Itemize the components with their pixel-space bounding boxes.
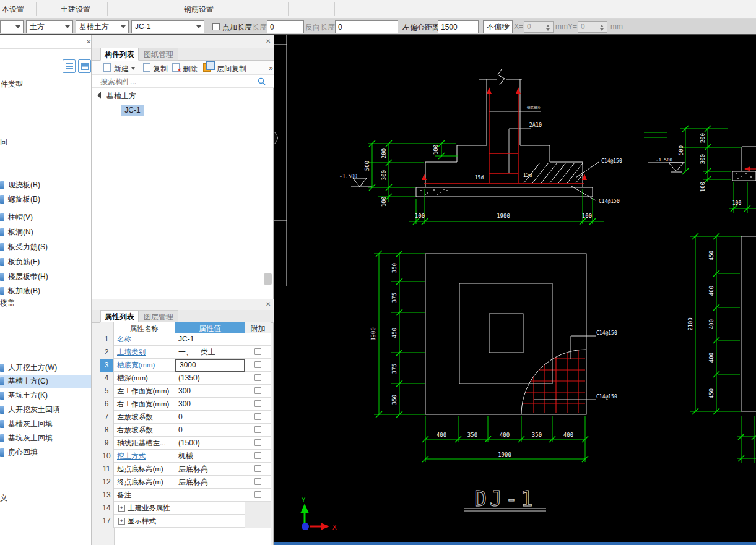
sidebar-item-pit-earthwork[interactable]: 基坑土方(K)	[0, 389, 92, 402]
length-input[interactable]	[267, 20, 304, 33]
ribbon-tab-rebar-settings[interactable]: 钢筋设置	[184, 0, 214, 19]
sidebar-item-slab-haunch[interactable]: 板加腋(B)	[0, 285, 92, 298]
toolbar-overflow-button[interactable]: »	[269, 64, 273, 72]
new-button[interactable]: 新建	[114, 64, 129, 74]
left-offset-input[interactable]	[438, 20, 479, 33]
ribbon-separator	[107, 2, 108, 16]
chevron-down-icon[interactable]	[131, 67, 135, 72]
expand-icon[interactable]	[118, 505, 125, 512]
close-icon[interactable]: ✕	[266, 38, 271, 45]
property-row: 4槽深(mm)(1350)	[100, 372, 271, 385]
cad-canvas[interactable]: 500 200 300 100 100 -1.500 100 1900 100 …	[274, 35, 756, 545]
tree-group-label[interactable]: 基槽土方	[106, 91, 136, 101]
search-input[interactable]	[100, 76, 255, 87]
sidebar-item-floor-band[interactable]: 楼层板带(H)	[0, 270, 92, 283]
category-combo[interactable]: 土方	[26, 20, 73, 33]
bottom-scrollbar[interactable]	[274, 542, 756, 545]
dim-label: 300	[700, 154, 706, 164]
editing-cell[interactable]: 3000	[175, 359, 245, 372]
sidebar-item-open-excavation[interactable]: 大开挖土方(W)	[0, 361, 92, 374]
divider	[0, 48, 92, 49]
attach-checkbox[interactable]	[254, 348, 261, 355]
property-row: 10挖土方式机械	[100, 450, 271, 463]
dim-label: 500	[678, 145, 684, 155]
leader-lines	[489, 111, 541, 173]
close-icon[interactable]: ✕	[86, 39, 91, 45]
tab-drawing-management[interactable]: 图纸管理	[139, 48, 178, 61]
delete-icon[interactable]	[172, 63, 180, 72]
attach-checkbox[interactable]	[254, 478, 261, 485]
close-icon[interactable]: ✕	[266, 301, 271, 307]
interlayer-copy-button[interactable]: 层间复制	[217, 64, 246, 74]
rebar-mesh-grid	[523, 350, 585, 413]
offset-mode-combo[interactable]: 不偏移	[483, 20, 513, 33]
delete-button[interactable]: 删除	[183, 64, 198, 74]
sidebar-item-slab-negative-rebar[interactable]: 板负筋(F)	[0, 255, 92, 268]
y-spinner[interactable]: 0	[578, 21, 607, 33]
card-view-button[interactable]	[78, 59, 91, 73]
property-panel: ✕ 属性列表 图层管理 属性名称 属性值 附加 1名称JC-1 2土壤类别一、二…	[92, 299, 274, 545]
sidebar-item-column-cap[interactable]: 柱帽(V)	[0, 211, 92, 224]
copy-button[interactable]: 复制	[153, 64, 168, 74]
tree-expander-icon[interactable]	[97, 92, 104, 98]
tree-item-jc1[interactable]: JC-1	[121, 105, 144, 116]
dim-label: 100	[582, 213, 592, 219]
slab-icon	[0, 181, 4, 189]
sidebar-item-slab-hole[interactable]: 板洞(N)	[0, 226, 92, 239]
dim-label: 1900	[497, 213, 510, 219]
list-view-button[interactable]	[63, 59, 76, 73]
splitter-collapse-handle[interactable]	[274, 131, 278, 145]
copy-icon[interactable]	[143, 63, 150, 72]
sidebar-item-cast-slab[interactable]: 现浇板(B)	[0, 179, 92, 192]
tab-component-list[interactable]: 构件列表	[100, 48, 139, 61]
sidebar-partial-label: 同	[0, 137, 7, 147]
drawing-fragment	[274, 35, 287, 286]
attach-checkbox[interactable]	[254, 465, 261, 472]
spinner-arrows-icon[interactable]	[600, 23, 606, 33]
sidebar-item-trench-earthwork[interactable]: 基槽土方(C)	[0, 375, 92, 388]
ribbon-tab-basic-settings[interactable]: 本设置	[2, 0, 24, 19]
sidebar-item-spiral-slab[interactable]: 螺旋板(B)	[0, 193, 92, 206]
element-combo[interactable]: JC-1	[131, 20, 204, 33]
attach-checkbox[interactable]	[254, 439, 261, 446]
ucs-axis-icon: Y X	[300, 496, 337, 531]
sidebar-item-slab-main-rebar[interactable]: 板受力筋(S)	[0, 241, 92, 254]
sidebar-item-room-backfill[interactable]: 房心回填	[0, 446, 92, 459]
property-row: 13备注	[100, 489, 271, 502]
interlayer-copy-icon[interactable]	[203, 63, 211, 72]
tab-layer-management[interactable]: 图层管理	[139, 310, 178, 323]
dimension-lines	[368, 126, 756, 463]
attach-checkbox[interactable]	[254, 452, 261, 459]
backfill-icon	[0, 448, 4, 457]
attach-checkbox[interactable]	[254, 426, 261, 433]
dim-label: 400	[500, 432, 510, 438]
reverse-length-input[interactable]	[335, 20, 398, 33]
rebar-label: C14@150	[599, 199, 620, 204]
x-spinner[interactable]: 0	[524, 21, 554, 33]
attach-checkbox[interactable]	[254, 491, 261, 498]
search-icon[interactable]	[258, 77, 266, 85]
sidebar-item-open-lime-backfill[interactable]: 大开挖灰土回填	[0, 403, 92, 416]
dim-label: 1900	[498, 452, 511, 458]
sidebar-partial-label: 楼盖	[0, 298, 15, 309]
attach-checkbox[interactable]	[254, 387, 261, 394]
point-add-length-checkbox[interactable]	[212, 23, 220, 30]
attach-checkbox[interactable]	[254, 374, 261, 381]
ribbon-tab-structure-settings[interactable]: 土建设置	[61, 0, 90, 19]
attach-checkbox[interactable]	[254, 413, 261, 420]
sidebar-item-pit-lime-backfill[interactable]: 基坑灰土回填	[0, 432, 92, 445]
spinner-arrows-icon[interactable]	[546, 23, 552, 33]
sidebar-item-trench-lime-backfill[interactable]: 基槽灰土回填	[0, 418, 92, 431]
attach-checkbox[interactable]	[254, 361, 261, 368]
attach-checkbox[interactable]	[254, 400, 261, 407]
earthwork-icon	[0, 364, 4, 372]
panel-tabs: 属性列表 图层管理	[92, 310, 274, 323]
floor-combo[interactable]	[0, 20, 24, 33]
type-combo[interactable]: 基槽土方	[76, 20, 129, 33]
scrollbar-thumb[interactable]	[264, 273, 272, 285]
rebar-label: C14@150	[601, 158, 622, 164]
expand-icon[interactable]	[118, 518, 125, 525]
view-title: DJ-1	[474, 487, 536, 511]
tab-property-list[interactable]: 属性列表	[100, 310, 139, 323]
new-icon[interactable]	[103, 63, 111, 72]
